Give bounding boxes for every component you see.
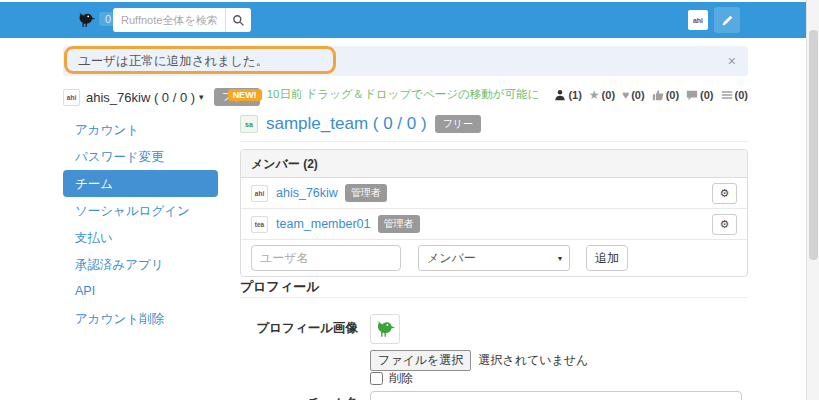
team-name-label: チーム名 bbox=[240, 395, 358, 400]
search-input[interactable] bbox=[113, 8, 225, 32]
account-name-dropdown[interactable]: ahis_76kiw ( 0 / 0 ) bbox=[86, 90, 195, 105]
role-select-value: メンバー bbox=[427, 250, 476, 267]
pencil-icon bbox=[721, 14, 734, 27]
sidebar-item-account[interactable]: アカウント bbox=[63, 116, 218, 143]
settings-sidebar: アカウント パスワード変更 チーム ソーシャルログイン 支払い 承認済みアプリ … bbox=[63, 116, 218, 332]
team-plan-badge: フリー bbox=[435, 115, 481, 133]
star-count: (0) bbox=[602, 89, 615, 101]
sidebar-item-payment[interactable]: 支払い bbox=[63, 224, 218, 251]
new-page-button[interactable] bbox=[714, 7, 740, 33]
news-stats: (1) ★ (0) ♥ (0) (0) (0) bbox=[547, 88, 748, 102]
sidebar-item-approved-apps[interactable]: 承認済みアプリ bbox=[63, 251, 218, 278]
member-avatar: ahi bbox=[251, 185, 268, 202]
members-count: (1) bbox=[568, 89, 581, 101]
success-alert: ユーザは正常に追加されました。 × bbox=[63, 46, 748, 76]
list-stat[interactable]: (0) bbox=[721, 89, 748, 101]
team-title-link[interactable]: sample_team ( 0 / 0 ) bbox=[266, 114, 427, 134]
select-caret-icon: ▾ bbox=[558, 254, 562, 263]
add-member-row: メンバー ▾ 追加 bbox=[241, 240, 747, 276]
news-bar: NEW! 10日前 ドラッグ＆ドロップでページの移動が可能に (1) ★ (0)… bbox=[228, 87, 748, 102]
member-avatar: tea bbox=[251, 216, 268, 233]
divider bbox=[240, 141, 748, 142]
member-name-link[interactable]: team_member01 bbox=[276, 217, 371, 231]
ruffnote-bird-logo-icon[interactable] bbox=[76, 9, 96, 31]
comment-count: (0) bbox=[700, 89, 713, 101]
gear-icon: ⚙ bbox=[720, 219, 730, 230]
star-stat[interactable]: ★ (0) bbox=[589, 88, 615, 102]
members-panel-header: メンバー (2) bbox=[241, 150, 747, 178]
thumbs-up-count: (0) bbox=[666, 89, 679, 101]
alert-message: ユーザは正常に追加されました。 bbox=[78, 54, 268, 68]
chevron-down-icon: ▾ bbox=[199, 92, 204, 102]
account-avatar: ahi bbox=[63, 89, 80, 106]
role-select[interactable]: メンバー ▾ bbox=[418, 245, 570, 271]
news-link[interactable]: 10日前 ドラッグ＆ドロップでページの移動が可能に bbox=[267, 87, 540, 102]
alert-close-icon[interactable]: × bbox=[728, 46, 736, 76]
file-status-text: 選択されていません bbox=[478, 352, 588, 369]
username-input[interactable] bbox=[251, 245, 401, 271]
sidebar-item-social-login[interactable]: ソーシャルログイン bbox=[63, 197, 218, 224]
comment-stat[interactable]: (0) bbox=[686, 89, 713, 101]
file-upload-row: ファイルを選択 選択されていません bbox=[370, 350, 588, 371]
profile-section-title: プロフィール bbox=[240, 278, 320, 296]
scrollbar-thumb[interactable] bbox=[809, 30, 818, 260]
heart-stat[interactable]: ♥ (0) bbox=[622, 88, 645, 102]
scrollbar[interactable] bbox=[806, 0, 819, 400]
person-icon bbox=[554, 89, 566, 101]
member-settings-button[interactable]: ⚙ bbox=[712, 183, 737, 204]
delete-image-row: 削除 bbox=[370, 370, 413, 387]
member-role-badge: 管理者 bbox=[345, 184, 387, 202]
sidebar-item-password[interactable]: パスワード変更 bbox=[63, 143, 218, 170]
star-icon: ★ bbox=[589, 88, 600, 102]
new-badge: NEW! bbox=[228, 89, 262, 101]
list-icon bbox=[721, 89, 733, 101]
team-name-input[interactable] bbox=[370, 391, 742, 400]
search-button[interactable] bbox=[225, 8, 251, 32]
member-row: tea team_member01 管理者 ⚙ bbox=[241, 209, 747, 240]
green-bird-image bbox=[374, 318, 396, 340]
thumbs-up-icon bbox=[652, 89, 664, 101]
profile-image bbox=[370, 314, 400, 344]
top-navbar: 0 ahi bbox=[0, 2, 808, 38]
page: 0 ahi ユーザは正常に追加されました。 × ahi ahis_76kiw (… bbox=[0, 0, 819, 400]
member-row: ahi ahis_76kiw 管理者 ⚙ bbox=[241, 178, 747, 209]
members-stat[interactable]: (1) bbox=[554, 89, 581, 101]
search-icon bbox=[232, 14, 245, 27]
heart-count: (0) bbox=[631, 89, 644, 101]
delete-checkbox[interactable] bbox=[370, 372, 383, 385]
member-settings-button[interactable]: ⚙ bbox=[712, 214, 737, 235]
sidebar-item-api[interactable]: API bbox=[63, 278, 218, 305]
add-member-button[interactable]: 追加 bbox=[586, 245, 628, 271]
member-name-link[interactable]: ahis_76kiw bbox=[276, 186, 338, 200]
delete-label: 削除 bbox=[389, 370, 413, 387]
sidebar-item-team[interactable]: チーム bbox=[63, 170, 218, 197]
comment-icon bbox=[686, 89, 698, 101]
divider bbox=[240, 297, 748, 298]
members-panel: メンバー (2) ahi ahis_76kiw 管理者 ⚙ tea team_m… bbox=[240, 149, 748, 277]
team-heading: sa sample_team ( 0 / 0 ) フリー bbox=[240, 114, 481, 134]
user-avatar[interactable]: ahi bbox=[688, 10, 708, 30]
bird-icon bbox=[76, 9, 96, 31]
global-search bbox=[113, 8, 251, 32]
profile-image-label: プロフィール画像 bbox=[240, 320, 358, 337]
sidebar-item-delete-account[interactable]: アカウント削除 bbox=[63, 305, 218, 332]
gear-icon: ⚙ bbox=[720, 188, 730, 199]
member-role-badge: 管理者 bbox=[378, 215, 420, 233]
list-count: (0) bbox=[735, 89, 748, 101]
heart-icon: ♥ bbox=[622, 88, 629, 102]
team-avatar: sa bbox=[240, 115, 258, 133]
choose-file-button[interactable]: ファイルを選択 bbox=[370, 350, 471, 371]
thumbs-up-stat[interactable]: (0) bbox=[652, 89, 679, 101]
